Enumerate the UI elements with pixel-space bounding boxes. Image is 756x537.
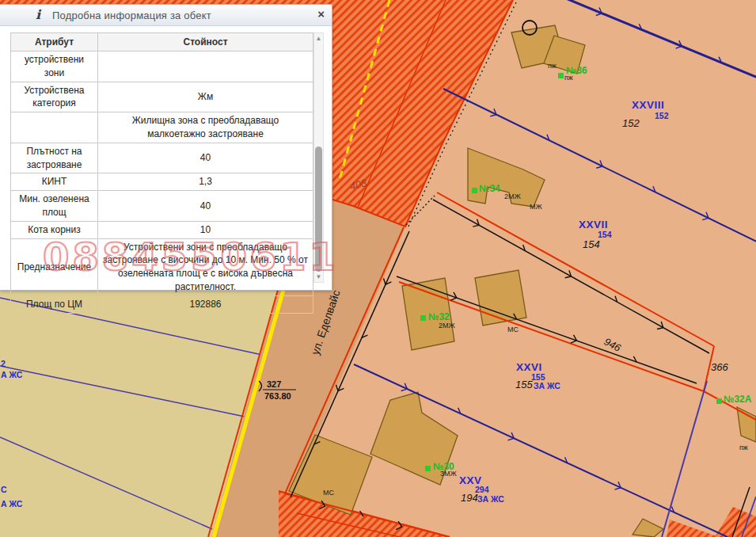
edge-label-1-line2: А ЖС <box>1 370 23 379</box>
building-type-2mj-32: 2МЖ <box>439 322 456 329</box>
plot-366-label: 366 <box>711 361 728 373</box>
table-row: Кота корниз 10 <box>11 221 313 238</box>
building-type-ms-upper: МС <box>507 326 519 333</box>
table-row: Предназначение Устройствени зони с преоб… <box>11 238 313 295</box>
table-row: Устройствена категория Жм <box>11 82 313 112</box>
house-label-32: №32 <box>428 311 450 322</box>
value-cell: 40 <box>98 143 313 173</box>
fraction-denominator: 763.80 <box>264 391 291 401</box>
building-type-ms-lower: МС <box>323 489 334 497</box>
attr-cell: КИНТ <box>11 173 98 191</box>
table-row: Площ по ЦМ 192886 <box>11 295 313 313</box>
attr-cell: Устройствена категория <box>11 82 98 112</box>
parcel-label-xxviii: XXVIII <box>632 99 664 111</box>
object-info-panel: i Подробна информация за обект × Атрибут… <box>0 4 332 291</box>
table-row: Жилищна зона с преобладаващо малкоетажно… <box>11 112 313 143</box>
value-cell: 1,3 <box>98 173 313 191</box>
attr-cell: Мин. озеленена площ <box>11 191 98 222</box>
parcel-label-xxvii: XXVII <box>579 219 608 230</box>
attr-cell: Площ по ЦМ <box>11 295 98 313</box>
parcel-label-xxvi: XXVI <box>516 361 542 373</box>
table-row: КИНТ 1,3 <box>11 173 313 191</box>
value-cell: Жилищна зона с преобладаващо малкоетажно… <box>98 112 313 143</box>
attr-cell <box>11 112 98 143</box>
value-cell: Жм <box>98 82 313 112</box>
info-icon: i <box>36 7 40 22</box>
attr-cell: Кота корниз <box>11 221 98 238</box>
table-row: устройствени зони <box>11 51 313 82</box>
attribute-table: Атрибут Стойност устройствени зони Устро… <box>10 32 313 314</box>
value-cell: 40 <box>98 191 313 222</box>
value-cell: 10 <box>98 221 313 238</box>
building-type-mj-34: МЖ <box>530 203 542 211</box>
house-marker-34 <box>472 188 477 193</box>
attr-cell: Плътност на застрояване <box>11 143 98 173</box>
house-label-32a: №32А <box>724 394 752 405</box>
building-type-pj-2: пж <box>564 74 573 82</box>
parcel-use-194: ЗА ЖС <box>477 494 504 504</box>
building-type-2mj-34: 2МЖ <box>504 192 522 200</box>
table-scrollbar[interactable]: ▲ ▼ <box>313 32 324 283</box>
house-marker-32a <box>716 398 722 404</box>
parcel-num-152-black: 152 <box>622 117 640 129</box>
value-cell: 192886 <box>98 295 313 313</box>
edge-label-2-line1: С <box>1 485 7 494</box>
panel-title: Подробна информация за обект <box>52 10 211 21</box>
edge-label-1-line1: 2 <box>1 359 6 368</box>
parcel-num-194-black: 194 <box>461 492 478 504</box>
app-stage: XXVIII 152 152 XXVII 154 154 XXVI 155 15… <box>0 0 756 537</box>
value-cell <box>98 51 313 82</box>
building-type-pj-3: пж <box>739 444 748 451</box>
attr-cell: устройствени зони <box>11 51 98 82</box>
table-row: Плътност на застрояване 40 <box>11 143 313 173</box>
house-marker-36 <box>558 73 564 78</box>
attr-cell: Предназначение <box>11 238 98 295</box>
parcel-num-152-blue: 152 <box>655 111 669 120</box>
value-cell: Устройствени зони с преобладаващо застро… <box>98 238 313 295</box>
panel-header[interactable]: i Подробна информация за обект × <box>0 5 332 26</box>
scroll-down-icon[interactable]: ▼ <box>314 273 323 280</box>
column-header-value: Стойност <box>98 33 313 51</box>
house-marker-30 <box>425 466 431 471</box>
building-ms-upper <box>475 270 526 326</box>
column-header-attribute: Атрибут <box>11 33 98 51</box>
parcel-use-155: ЗА ЖС <box>534 381 560 390</box>
parcel-num-155-black: 155 <box>515 379 533 390</box>
close-icon[interactable]: × <box>317 8 325 21</box>
fraction-numerator: 327 <box>267 379 281 389</box>
table-header-row: Атрибут Стойност <box>11 33 313 51</box>
parcel-num-154-black: 154 <box>583 238 600 250</box>
house-marker-32 <box>420 315 426 321</box>
building-type-pj-1: пж <box>548 62 557 70</box>
scrollbar-thumb[interactable] <box>315 147 322 272</box>
house-label-34: №34 <box>479 183 500 194</box>
table-row: Мин. озеленена площ 40 <box>11 191 313 222</box>
edge-label-2-line2: А ЖС <box>1 499 23 508</box>
scroll-up-icon[interactable]: ▲ <box>314 35 323 42</box>
building-type-3mj-30: 3МЖ <box>440 470 458 478</box>
